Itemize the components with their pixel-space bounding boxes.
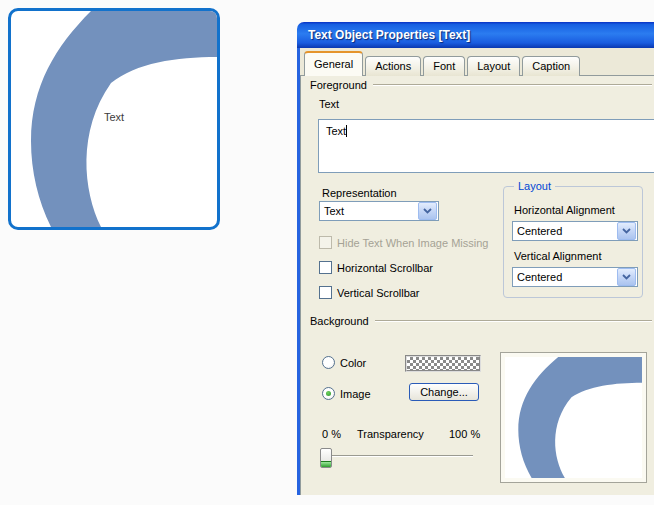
representation-dropdown-button[interactable] (418, 202, 437, 220)
tab-strip: General Actions Font Layout Caption (304, 51, 580, 76)
dialog-title: Text Object Properties [Text] (308, 28, 470, 42)
image-radio[interactable] (322, 387, 335, 400)
foreground-section-header: Foreground (310, 79, 652, 91)
vertical-scrollbar-label: Vertical Scrollbar (337, 287, 420, 299)
background-section-header: Background (310, 315, 652, 327)
horizontal-alignment-label: Horizontal Alignment (514, 204, 615, 216)
text-cursor (346, 125, 347, 137)
screen: Text Text Object Properties [Text] Gener… (0, 0, 654, 505)
dialog-body: General Actions Font Layout Caption Fore… (297, 48, 654, 495)
color-radio-label: Color (340, 357, 366, 369)
background-image-preview (500, 352, 647, 483)
transparency-label: Transparency (357, 428, 424, 440)
horizontal-alignment-dropdown-button[interactable] (617, 222, 636, 240)
image-radio-label: Image (340, 388, 371, 400)
text-object-properties-dialog: Text Object Properties [Text] General Ac… (297, 22, 654, 495)
layout-group-label: Layout (514, 180, 555, 192)
background-section-rule (375, 320, 652, 322)
tab-actions[interactable]: Actions (365, 56, 421, 76)
chevron-down-icon (622, 274, 631, 280)
radio-selected-dot (326, 391, 331, 396)
tab-general[interactable]: General (304, 51, 363, 76)
tab-layout[interactable]: Layout (467, 56, 520, 76)
foreground-section-rule (373, 84, 652, 86)
representation-select[interactable]: Text (319, 201, 439, 221)
vertical-scrollbar-checkbox[interactable] (319, 286, 332, 299)
hide-text-checkbox-label: Hide Text When Image Missing (337, 237, 488, 249)
transparency-max-label: 100 % (449, 428, 480, 440)
canvas-object-label: Text (104, 111, 124, 123)
change-image-button[interactable]: Change... (409, 383, 479, 401)
tab-caption[interactable]: Caption (522, 56, 580, 76)
text-input[interactable]: Text (318, 119, 654, 173)
text-input-value: Text (326, 125, 346, 137)
representation-label: Representation (322, 187, 397, 199)
layout-group: Layout Horizontal Alignment Centered Ver… (503, 186, 643, 298)
vertical-alignment-dropdown-button[interactable] (617, 268, 636, 286)
dialog-titlebar: Text Object Properties [Text] (297, 22, 654, 48)
vertical-alignment-select[interactable]: Centered (512, 267, 638, 287)
hide-text-checkbox[interactable] (319, 236, 332, 249)
vertical-alignment-value: Centered (517, 271, 562, 283)
background-section-label: Background (310, 315, 369, 327)
chevron-down-icon (622, 228, 631, 234)
chevron-down-icon (423, 208, 432, 214)
color-radio[interactable] (322, 356, 335, 369)
horizontal-scrollbar-checkbox[interactable] (319, 261, 332, 274)
slider-thumb-indicator (321, 461, 331, 467)
transparency-slider-track[interactable] (320, 455, 473, 457)
transparency-slider-thumb[interactable] (320, 448, 332, 468)
representation-value: Text (324, 205, 344, 217)
horizontal-scrollbar-label: Horizontal Scrollbar (337, 262, 433, 274)
arc-image (505, 357, 642, 478)
canvas-text-object[interactable]: Text (8, 8, 220, 230)
color-swatch-button[interactable] (405, 355, 481, 372)
horizontal-alignment-value: Centered (517, 225, 562, 237)
background-image-thumbnail (505, 357, 642, 478)
horizontal-alignment-select[interactable]: Centered (512, 221, 638, 241)
tab-font[interactable]: Font (423, 56, 465, 76)
vertical-alignment-label: Vertical Alignment (514, 250, 601, 262)
text-field-label: Text (319, 98, 339, 110)
transparency-min-label: 0 % (322, 428, 341, 440)
foreground-section-label: Foreground (310, 79, 367, 91)
